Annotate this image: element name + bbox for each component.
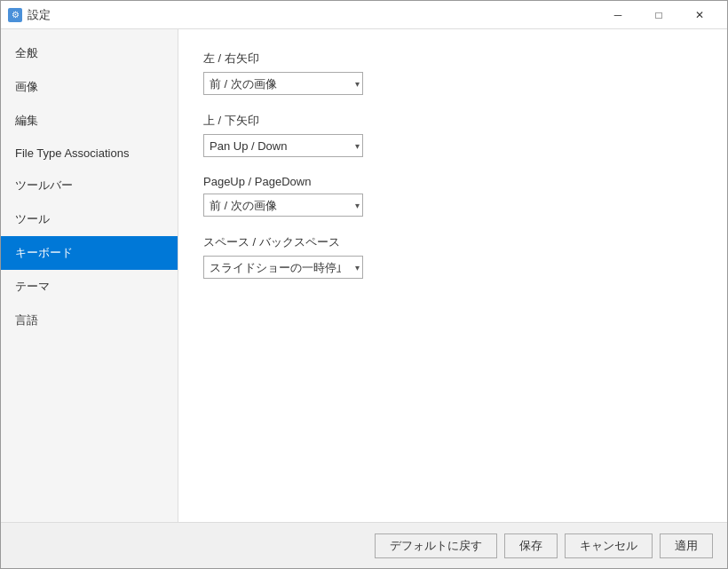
space-dropdown-wrapper: 前 / 次の画像 スライドショーの一時停止 拡大 / 縮小 ▾	[203, 256, 363, 279]
sidebar-item-keyboard[interactable]: キーボード	[1, 236, 178, 270]
sidebar-item-tools[interactable]: ツール	[1, 202, 178, 236]
sidebar-item-image[interactable]: 画像	[1, 70, 178, 104]
pageupdown-label: PageUp / PageDown	[203, 175, 702, 188]
sidebar-item-theme[interactable]: テーマ	[1, 270, 178, 304]
space-label: スペース / バックスペース	[203, 234, 702, 250]
up-down-select[interactable]: 前 / 次の画像 Pan Up / Down 拡大 / 縮小	[203, 134, 363, 157]
footer: デフォルトに戻す 保存 キャンセル 適用	[1, 522, 727, 568]
save-button[interactable]: 保存	[504, 533, 558, 558]
minimize-button[interactable]: ─	[597, 1, 638, 29]
sidebar-item-language[interactable]: 言語	[1, 304, 178, 337]
window-icon: ⚙	[8, 8, 22, 22]
up-down-label: 上 / 下矢印	[203, 113, 702, 129]
up-down-section: 上 / 下矢印 前 / 次の画像 Pan Up / Down 拡大 / 縮小 ▾	[203, 113, 702, 157]
maximize-button[interactable]: □	[638, 1, 679, 29]
sidebar: 全般 画像 編集 File Type Associations ツールバー ツー…	[1, 29, 178, 522]
pageupdown-select[interactable]: 前 / 次の画像 Pan Up / Down 拡大 / 縮小	[203, 194, 363, 217]
space-select[interactable]: 前 / 次の画像 スライドショーの一時停止 拡大 / 縮小	[203, 256, 363, 279]
cancel-button[interactable]: キャンセル	[565, 533, 653, 558]
pageupdown-dropdown-wrapper: 前 / 次の画像 Pan Up / Down 拡大 / 縮小 ▾	[203, 194, 363, 217]
sidebar-item-toolbar[interactable]: ツールバー	[1, 169, 178, 202]
left-right-label: 左 / 右矢印	[203, 51, 702, 67]
content-area: 左 / 右矢印 前 / 次の画像 Pan Left / Right 拡大 / 縮…	[178, 29, 727, 522]
left-right-section: 左 / 右矢印 前 / 次の画像 Pan Left / Right 拡大 / 縮…	[203, 51, 702, 95]
default-button[interactable]: デフォルトに戻す	[375, 533, 497, 558]
main-content: 全般 画像 編集 File Type Associations ツールバー ツー…	[1, 29, 727, 522]
left-right-select[interactable]: 前 / 次の画像 Pan Left / Right 拡大 / 縮小	[203, 72, 363, 95]
window-controls: ─ □ ✕	[597, 1, 720, 29]
up-down-dropdown-wrapper: 前 / 次の画像 Pan Up / Down 拡大 / 縮小 ▾	[203, 134, 363, 157]
left-right-dropdown-wrapper: 前 / 次の画像 Pan Left / Right 拡大 / 縮小 ▾	[203, 72, 363, 95]
sidebar-item-filetypes[interactable]: File Type Associations	[1, 138, 178, 169]
window-title: 設定	[28, 7, 597, 23]
sidebar-item-general[interactable]: 全般	[1, 36, 178, 70]
apply-button[interactable]: 適用	[660, 533, 713, 558]
title-bar: ⚙ 設定 ─ □ ✕	[1, 1, 727, 29]
settings-window: ⚙ 設定 ─ □ ✕ 全般 画像 編集 File Type Associatio…	[0, 0, 728, 569]
space-section: スペース / バックスペース 前 / 次の画像 スライドショーの一時停止 拡大 …	[203, 234, 702, 279]
sidebar-item-edit[interactable]: 編集	[1, 104, 178, 138]
pageupdown-section: PageUp / PageDown 前 / 次の画像 Pan Up / Down…	[203, 175, 702, 217]
close-button[interactable]: ✕	[679, 1, 720, 29]
